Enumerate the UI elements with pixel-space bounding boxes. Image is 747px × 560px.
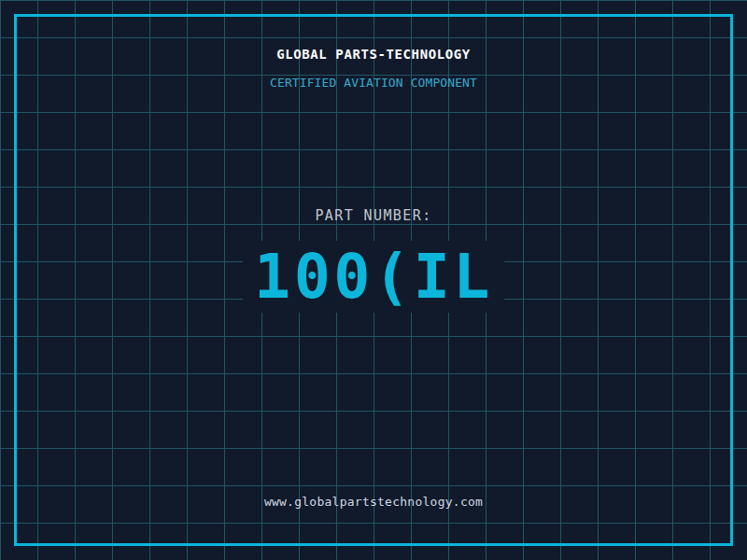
website-url: www.globalpartstechnology.com — [264, 495, 483, 509]
company-title: GLOBAL PARTS-TECHNOLOGY — [276, 47, 471, 62]
part-number-value: 100(IL — [254, 241, 493, 313]
certification-subtitle: CERTIFIED AVIATION COMPONENT — [270, 76, 477, 90]
blueprint-page: GLOBAL PARTS-TECHNOLOGY CERTIFIED AVIATI… — [0, 0, 747, 560]
part-number-label: PART NUMBER: — [315, 207, 431, 224]
part-number-band: 100(IL — [243, 241, 504, 313]
